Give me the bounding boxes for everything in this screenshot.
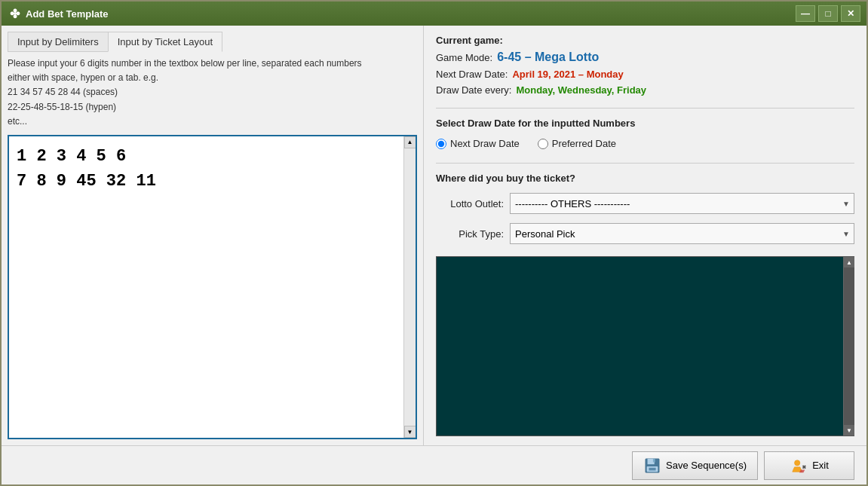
preview-scrollbar[interactable]: ▲ ▼	[843, 257, 854, 436]
instructions: Please input your 6 digits number in the…	[8, 57, 417, 129]
window-title: Add Bet Template	[26, 8, 796, 20]
divider-2	[436, 163, 854, 164]
next-draw-option[interactable]: Next Draw Date	[436, 138, 520, 149]
current-game-heading: Current game:	[436, 35, 854, 46]
minimize-button[interactable]: —	[796, 5, 815, 22]
game-mode-label: Game Mode:	[436, 52, 492, 63]
draw-every-row: Draw Date every: Monday, Wednesday, Frid…	[436, 84, 854, 96]
vertical-scrollbar[interactable]: ▲ ▼	[403, 136, 416, 438]
draw-date-radio-group: Next Draw Date Preferred Date	[436, 138, 854, 149]
game-mode-value: 6-45 – Mega Lotto	[497, 50, 599, 64]
preview-scroll-down[interactable]: ▼	[844, 425, 854, 436]
scroll-track[interactable]	[404, 148, 416, 426]
preferred-date-option[interactable]: Preferred Date	[538, 138, 616, 149]
maximize-button[interactable]: □	[818, 5, 838, 22]
exit-button-label: Exit	[812, 460, 829, 471]
preferred-date-radio-label: Preferred Date	[552, 138, 616, 149]
tab-input-ticket[interactable]: Input by Ticket Layout	[108, 32, 222, 52]
svg-point-5	[795, 460, 800, 465]
exit-icon	[790, 457, 808, 475]
preview-scroll-track	[844, 267, 854, 425]
draw-every-value: Monday, Wednesday, Friday	[516, 84, 646, 96]
right-panel: Current game: Game Mode: 6-45 – Mega Lot…	[424, 26, 866, 445]
next-draw-radio-label: Next Draw Date	[450, 138, 520, 149]
number-input[interactable]: 1 2 3 4 5 6 7 8 9 45 32 11	[9, 136, 403, 438]
tab-input-delimiters[interactable]: Input by Delimiters	[8, 32, 108, 52]
svg-rect-2	[653, 458, 655, 462]
select-draw-title: Select Draw Date for the inputted Number…	[436, 118, 854, 129]
bottom-bar: Save Sequence(s) Exit	[2, 445, 866, 484]
next-draw-value: April 19, 2021 – Monday	[512, 69, 623, 80]
content-area: Input by Delimiters Input by Ticket Layo…	[2, 26, 866, 445]
outlet-select-wrapper: ---------- OTHERS ----------- ▼	[510, 193, 854, 214]
game-mode-row: Game Mode: 6-45 – Mega Lotto	[436, 50, 854, 64]
window-controls: — □ ✕	[796, 5, 860, 22]
pick-type-row: Pick Type: Personal Pick Lucky Pick ▼	[436, 223, 854, 244]
divider-1	[436, 108, 854, 109]
next-draw-radio[interactable]	[436, 139, 446, 149]
number-input-container: 1 2 3 4 5 6 7 8 9 45 32 11 ▲ ▼	[8, 135, 417, 439]
save-sequences-button[interactable]: Save Sequence(s)	[632, 451, 758, 480]
svg-rect-4	[649, 467, 655, 470]
preview-scroll-up[interactable]: ▲	[844, 257, 854, 267]
scroll-down-arrow[interactable]: ▼	[404, 426, 416, 438]
app-icon: ✤	[8, 7, 21, 20]
outlet-select[interactable]: ---------- OTHERS -----------	[510, 193, 854, 214]
ticket-preview-area: ▲ ▼	[436, 256, 854, 436]
outlet-row: Lotto Outlet: ---------- OTHERS --------…	[436, 193, 854, 214]
pick-type-label: Pick Type:	[436, 228, 504, 240]
exit-button[interactable]: Exit	[764, 451, 854, 480]
next-draw-label: Next Draw Date:	[436, 69, 508, 80]
title-bar: ✤ Add Bet Template — □ ✕	[2, 2, 866, 26]
draw-date-row: Next Draw Date: April 19, 2021 – Monday	[436, 69, 854, 80]
outlet-label: Lotto Outlet:	[436, 198, 504, 209]
tab-bar: Input by Delimiters Input by Ticket Layo…	[8, 32, 417, 52]
main-window: ✤ Add Bet Template — □ ✕ Input by Delimi…	[0, 0, 868, 486]
pick-type-select[interactable]: Personal Pick Lucky Pick	[510, 223, 854, 244]
pick-type-select-wrapper: Personal Pick Lucky Pick ▼	[510, 223, 854, 244]
left-panel: Input by Delimiters Input by Ticket Layo…	[2, 26, 424, 445]
preferred-date-radio[interactable]	[538, 139, 548, 149]
draw-every-label: Draw Date every:	[436, 84, 511, 96]
scroll-up-arrow[interactable]: ▲	[404, 136, 416, 148]
save-button-label: Save Sequence(s)	[666, 460, 747, 471]
ticket-section-title: Where did you buy the ticket?	[436, 173, 854, 184]
save-icon	[643, 457, 661, 475]
close-button[interactable]: ✕	[841, 5, 860, 22]
